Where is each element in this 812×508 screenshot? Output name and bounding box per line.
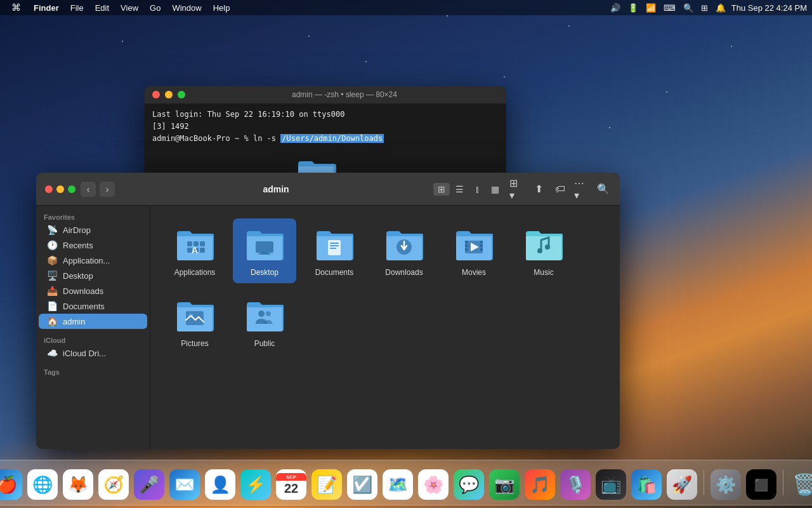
finder-minimize-button[interactable]	[56, 185, 64, 193]
apple-menu[interactable]: ⌘	[5, 0, 27, 15]
dock-calendar[interactable]: SEP 22	[275, 468, 308, 501]
menu-finder[interactable]: Finder	[29, 0, 64, 15]
sidebar-item-icloud[interactable]: ☁️ iCloud Dri...	[39, 345, 147, 361]
menu-go[interactable]: Go	[145, 0, 166, 15]
downloads-icon: 📥	[46, 286, 58, 296]
view-gallery-button[interactable]: ▦	[487, 183, 503, 196]
sidebar-icloud-label: iCloud Dri...	[63, 349, 106, 358]
sidebar-item-admin[interactable]: 🏠 admin	[39, 314, 147, 329]
folder-pictures[interactable]: Pictures	[163, 290, 226, 354]
dock-finder[interactable]: 🍎	[0, 468, 23, 501]
sidebar-item-airdrop[interactable]: 📡 AirDrop	[39, 222, 147, 237]
sidebar-applications-label: Application...	[63, 256, 110, 265]
finder-close-button[interactable]	[45, 185, 53, 193]
dock-trash[interactable]: 🗑️	[789, 468, 812, 501]
keyboard-icon[interactable]: ⌨	[662, 3, 678, 13]
dock-photos[interactable]: 🌸	[417, 468, 450, 501]
svg-rect-15	[330, 245, 339, 246]
dock-messages[interactable]: 💬	[452, 468, 485, 501]
menu-bar-right: 🔊 🔋 📶 ⌨ 🔍 ⊞ 🔔 Thu Sep 22 4:24 PM	[608, 3, 807, 13]
folder-applications[interactable]: A Applications	[163, 218, 226, 283]
view-list-button[interactable]: ☰	[451, 183, 468, 196]
finder-forward-button[interactable]: ›	[100, 182, 115, 197]
finder-back-button[interactable]: ‹	[81, 182, 96, 197]
finder-toolbar-right: ⊞ ☰ ⫿ ▦ ⊞ ▾ ⬆ 🏷 ⋯ ▾ 🔍	[433, 182, 611, 197]
view-options-button[interactable]: ⊞ ▾	[509, 182, 525, 197]
sidebar-item-desktop[interactable]: 🖥️ Desktop	[39, 268, 147, 283]
share-button[interactable]: ⬆	[531, 182, 546, 197]
finder-title: admin	[124, 184, 428, 194]
folder-desktop[interactable]: Desktop	[233, 218, 296, 283]
finder-window: ‹ › admin ⊞ ☰ ⫿ ▦ ⊞ ▾ ⬆ 🏷 ⋯ ▾ 🔍 Favorite…	[36, 173, 620, 449]
dock-appletv[interactable]: 📺	[594, 468, 627, 501]
folder-downloads[interactable]: Downloads	[372, 218, 436, 283]
terminal-body[interactable]: Last login: Thu Sep 22 16:19:10 on ttys0…	[145, 104, 506, 150]
dock-appstore[interactable]: 🛍️	[630, 468, 663, 501]
dock-firefox[interactable]: 🦊	[62, 468, 95, 501]
folder-movies[interactable]: Movies	[442, 218, 506, 283]
svg-rect-26	[480, 248, 483, 251]
pictures-label: Pictures	[181, 339, 208, 349]
dock-separator	[704, 470, 704, 495]
view-column-button[interactable]: ⫿	[469, 183, 485, 196]
icloud-icon: ☁️	[46, 348, 58, 358]
menu-window[interactable]: Window	[167, 0, 206, 15]
dock-facetime[interactable]: 📷	[488, 468, 521, 501]
svg-rect-5	[200, 241, 205, 246]
finder-main-content: A Applications	[150, 206, 620, 449]
sidebar-item-documents[interactable]: 📄 Documents	[39, 298, 147, 314]
icloud-section-title: iCloud	[36, 334, 150, 345]
menu-help[interactable]: Help	[208, 0, 235, 15]
dock-maps[interactable]: 🗺️	[381, 468, 414, 501]
sidebar-item-downloads[interactable]: 📥 Downloads	[39, 283, 147, 298]
svg-rect-22	[465, 244, 468, 247]
dock-safari[interactable]: 🧭	[97, 468, 130, 501]
dock-music[interactable]: 🎵	[523, 468, 556, 501]
search-button[interactable]: 🔍	[596, 182, 611, 197]
dock-contacts[interactable]: 👤	[204, 468, 237, 501]
sidebar-item-applications[interactable]: 📦 Application...	[39, 253, 147, 268]
terminal-close-button[interactable]	[152, 91, 160, 98]
documents-folder-icon	[314, 224, 355, 264]
favorites-section-title: Favorites	[36, 211, 150, 222]
dock-mail[interactable]: ✉️	[168, 468, 201, 501]
dock-terminal[interactable]: ⬛	[745, 468, 778, 501]
menu-bar: ⌘ Finder File Edit View Go Window Help 🔊…	[0, 0, 812, 15]
finder-sidebar: Favorites 📡 AirDrop 🕐 Recents 📦 Applicat…	[36, 206, 150, 449]
notification-icon[interactable]: 🔔	[714, 3, 728, 13]
dock-notes[interactable]: 📝	[310, 468, 343, 501]
terminal-line-3: admin@MacBook-Pro ~ % ln -s /Users/admin…	[152, 133, 499, 145]
dock-system-preferences[interactable]: ⚙️	[709, 468, 742, 501]
sidebar-desktop-label: Desktop	[63, 271, 93, 281]
finder-maximize-button[interactable]	[68, 185, 75, 193]
terminal-maximize-button[interactable]	[178, 91, 185, 98]
dock-app-crescent[interactable]: ⚡	[239, 468, 272, 501]
documents-icon: 📄	[46, 301, 58, 311]
svg-rect-14	[330, 243, 339, 244]
dock-siri[interactable]: 🎤	[133, 468, 166, 501]
folder-documents[interactable]: Documents	[303, 218, 366, 283]
view-icon-button[interactable]: ⊞	[433, 183, 450, 196]
battery-icon[interactable]: 🔋	[626, 3, 640, 13]
dock-chrome[interactable]: 🌐	[26, 468, 59, 501]
menu-edit[interactable]: Edit	[90, 0, 114, 15]
dock-podcasts[interactable]: 🎙️	[559, 468, 592, 501]
volume-icon[interactable]: 🔊	[608, 3, 622, 13]
wifi-icon[interactable]: 📶	[644, 3, 658, 13]
dock-reminders[interactable]: ☑️	[346, 468, 379, 501]
menu-view[interactable]: View	[115, 0, 143, 15]
control-center-icon[interactable]: ⊞	[699, 3, 710, 13]
menu-file[interactable]: File	[65, 0, 89, 15]
sidebar-item-recents[interactable]: 🕐 Recents	[39, 237, 147, 253]
tag-button[interactable]: 🏷	[553, 182, 568, 197]
folder-music[interactable]: Music	[512, 218, 575, 283]
dock-launchpad[interactable]: 🚀	[665, 468, 698, 501]
folder-public[interactable]: Public	[233, 290, 296, 354]
search-icon[interactable]: 🔍	[681, 3, 695, 13]
terminal-prompt: admin@MacBook-Pro ~ % ln -s	[152, 134, 280, 143]
public-folder-icon	[244, 295, 285, 335]
svg-rect-16	[330, 248, 336, 249]
more-button[interactable]: ⋯ ▾	[574, 182, 589, 197]
terminal-minimize-button[interactable]	[165, 91, 173, 98]
applications-label: Applications	[174, 268, 216, 278]
